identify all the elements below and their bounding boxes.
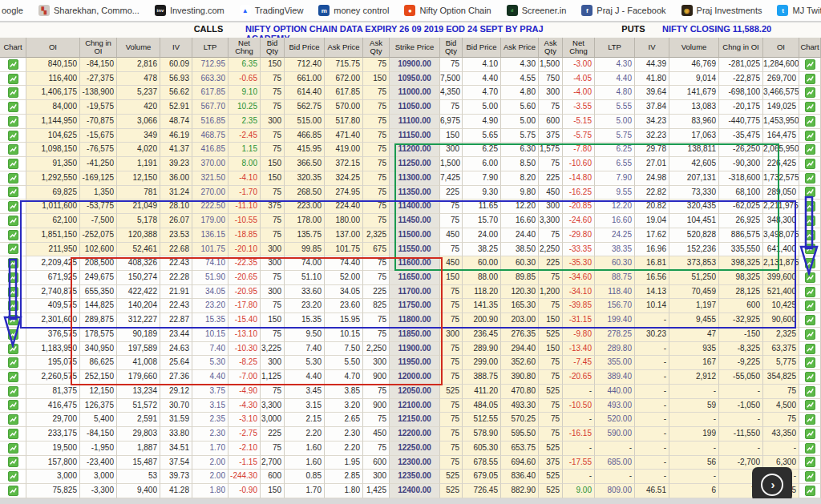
- bookmark-google[interactable]: oogle: [2, 6, 23, 15]
- calls-iv-cell: 39.23: [160, 157, 192, 171]
- chart-icon[interactable]: [805, 429, 815, 439]
- chart-icon[interactable]: [805, 230, 815, 240]
- chart-icon[interactable]: [805, 102, 815, 112]
- chart-icon[interactable]: [8, 258, 18, 268]
- chart-icon[interactable]: [805, 116, 815, 127]
- chart-icon[interactable]: [805, 471, 815, 482]
- bookmark-tradingview[interactable]: ▲TradingView: [240, 5, 304, 16]
- puts-volume-cell: 70,459: [669, 285, 719, 300]
- calls-chng-oi-cell: 5,400: [80, 413, 117, 427]
- bookmark-nifty-option-chain[interactable]: ●Nifty Option Chain: [404, 5, 491, 16]
- puts-oi-cell: 289,050: [763, 186, 799, 200]
- calls-bid-price-cell: 51.10: [285, 271, 325, 285]
- puts-chng-oi-cell: -150: [719, 328, 763, 342]
- chart-icon[interactable]: [8, 400, 18, 410]
- puts-oi-cell: 75: [763, 413, 799, 427]
- chart-icon[interactable]: [8, 102, 18, 112]
- chart-icon[interactable]: [805, 244, 815, 254]
- bookmark-praj-investments[interactable]: ◉Praj Investments: [681, 5, 762, 16]
- column-header-ask-qty: Ask Qty: [363, 38, 390, 58]
- chart-icon[interactable]: [8, 300, 18, 311]
- chart-icon[interactable]: [8, 272, 18, 283]
- bookmark-screener[interactable]: ılScreener.in: [507, 5, 567, 16]
- calls-volume-cell: 4,020: [117, 143, 160, 157]
- chart-icon[interactable]: [8, 287, 18, 297]
- chart-icon[interactable]: [8, 486, 18, 496]
- chart-icon[interactable]: [805, 329, 815, 340]
- chart-icon[interactable]: [805, 258, 815, 268]
- chart-icon[interactable]: [8, 131, 18, 141]
- chart-icon[interactable]: [805, 201, 815, 212]
- chart-icon[interactable]: [8, 59, 18, 70]
- puts-oi-cell: 63,375: [763, 342, 799, 357]
- chart-icon[interactable]: [8, 386, 18, 397]
- chart-icon[interactable]: [805, 74, 815, 84]
- chart-icon[interactable]: [8, 87, 18, 98]
- chart-icon[interactable]: [805, 144, 815, 155]
- chart-icon[interactable]: [8, 443, 18, 454]
- chart-icon[interactable]: [805, 400, 815, 410]
- calls-ltp-cell: 270.00: [192, 186, 229, 200]
- chart-icon[interactable]: [8, 471, 18, 482]
- chart-icon[interactable]: [8, 457, 18, 467]
- chart-icon[interactable]: [8, 201, 18, 212]
- puts-chng-oi-cell: 68,100: [719, 186, 763, 200]
- chart-icon[interactable]: [8, 74, 18, 84]
- chart-icon[interactable]: [8, 329, 18, 340]
- chart-icon[interactable]: [805, 87, 815, 98]
- column-header-chng-in-oi: Chng in OI: [80, 38, 117, 58]
- chart-icon[interactable]: [8, 357, 18, 368]
- calls-iv-cell: 56.62: [160, 86, 192, 100]
- chart-icon[interactable]: [805, 59, 815, 70]
- bookmark-sharekhan[interactable]: ▚Sharekhan, Commo...: [38, 5, 140, 16]
- chart-icon[interactable]: [805, 287, 815, 297]
- puts-volume-cell: -: [669, 385, 719, 399]
- chart-icon[interactable]: [8, 173, 18, 183]
- chart-icon[interactable]: [805, 300, 815, 311]
- bookmark-investing[interactable]: invInvesting.com: [155, 5, 224, 16]
- chart-cell: [0, 442, 26, 456]
- chart-icon[interactable]: [805, 457, 815, 467]
- chart-icon[interactable]: [805, 386, 815, 397]
- chart-icon[interactable]: [805, 357, 815, 368]
- chart-icon[interactable]: [805, 414, 815, 425]
- chart-cell: [0, 256, 26, 271]
- chart-icon[interactable]: [805, 272, 815, 283]
- calls-iv-cell: 48.74: [160, 115, 192, 129]
- puts-chng-oi-cell: -55,050: [719, 370, 763, 385]
- chart-icon[interactable]: [805, 187, 815, 197]
- chart-icon[interactable]: [8, 429, 18, 439]
- chart-icon[interactable]: [8, 144, 18, 155]
- calls-chng-oi-cell: 12,150: [80, 385, 117, 399]
- calls-bid-price-cell: 562.75: [285, 100, 325, 115]
- calls-ltp-cell: 179.00: [192, 214, 229, 228]
- puts-net-chng-cell: -14.80: [563, 171, 595, 186]
- chart-icon[interactable]: [805, 443, 815, 454]
- chart-icon[interactable]: [8, 159, 18, 169]
- chart-icon[interactable]: [8, 414, 18, 425]
- bookmark-moneycontrol[interactable]: mmoney control: [318, 5, 389, 16]
- chart-icon[interactable]: [8, 216, 18, 226]
- puts-ask-qty-cell: 2,250: [539, 243, 563, 257]
- chart-icon[interactable]: [8, 230, 18, 240]
- calls-volume-cell: 5,237: [117, 86, 160, 100]
- chart-icon[interactable]: [805, 159, 815, 169]
- next-slide-button[interactable]: ›: [752, 467, 792, 502]
- chart-icon[interactable]: [805, 173, 815, 183]
- chart-icon[interactable]: [805, 315, 815, 325]
- chart-icon[interactable]: [8, 372, 18, 382]
- chart-icon[interactable]: [8, 116, 18, 127]
- chart-icon[interactable]: [805, 344, 815, 354]
- chart-icon[interactable]: [805, 131, 815, 141]
- chart-icon[interactable]: [8, 244, 18, 254]
- horizontal-scrollbar[interactable]: [0, 498, 821, 504]
- chart-icon[interactable]: [805, 216, 815, 226]
- bookmark-twitter[interactable]: tMJ Twitter: [777, 5, 821, 16]
- chart-icon[interactable]: [805, 486, 815, 496]
- chart-icon[interactable]: [8, 344, 18, 354]
- chart-icon[interactable]: [8, 315, 18, 325]
- bookmark-facebook[interactable]: fPraj J - Facebook: [581, 5, 665, 16]
- chart-icon[interactable]: [805, 372, 815, 382]
- chart-icon[interactable]: [8, 187, 18, 197]
- puts-ask-qty-cell: 1,575: [539, 143, 563, 157]
